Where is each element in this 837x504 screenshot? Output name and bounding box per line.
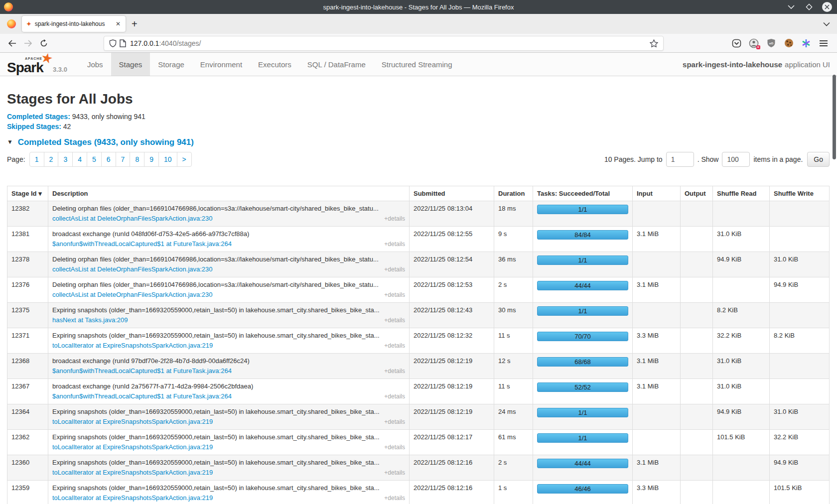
back-button[interactable] [4, 36, 20, 51]
stage-detail-link[interactable]: collectAsList at DeleteOrphanFilesSparkA… [52, 265, 213, 274]
list-all-tabs-button[interactable] [823, 22, 830, 26]
nav-item-environment[interactable]: Environment [192, 53, 250, 76]
nav-item-stages[interactable]: Stages [111, 53, 150, 76]
column-header[interactable]: Input [633, 186, 681, 201]
stage-shuffle-read: 94.9 KiB [717, 255, 765, 264]
next-page-button[interactable]: > [177, 152, 191, 166]
nav-item-jobs[interactable]: Jobs [79, 53, 111, 76]
column-header[interactable]: Stage Id ▾ [7, 186, 48, 201]
details-toggle[interactable]: +details [384, 468, 405, 477]
close-button[interactable] [822, 2, 832, 12]
asterisk-extension-icon[interactable] [801, 38, 812, 49]
stage-detail-link[interactable]: toLocalIterator at ExpireSnapshotsSparkA… [52, 468, 213, 477]
stage-detail-link[interactable]: toLocalIterator at ExpireSnapshotsSparkA… [52, 341, 213, 350]
completed-stages-value: 9433, only showing 941 [72, 113, 145, 121]
nav-item-structured-streaming[interactable]: Structured Streaming [374, 53, 460, 76]
page-button-3[interactable]: 3 [58, 152, 72, 166]
column-header[interactable]: Submitted [410, 186, 494, 201]
stage-description: Expiring snapshots (older_than=166932055… [52, 407, 405, 416]
column-header[interactable]: Output [681, 186, 713, 201]
shield-icon[interactable] [109, 39, 117, 47]
page-buttons: 12345678910> [29, 152, 192, 167]
show-label: . Show [698, 155, 719, 163]
page-button-7[interactable]: 7 [116, 152, 130, 166]
menu-hamburger-icon[interactable] [818, 38, 829, 49]
details-toggle[interactable]: +details [384, 290, 405, 299]
url-bar[interactable]: 127.0.0.1:4040/stages/ [104, 36, 664, 51]
stage-row: 12382Deleting orphan files (older_than=1… [7, 201, 830, 227]
items-per-page-input[interactable] [722, 152, 750, 167]
nav-item-executors[interactable]: Executors [250, 53, 299, 76]
page-button-9[interactable]: 9 [144, 152, 158, 166]
stage-detail-link[interactable]: $anonfun$withThreadLocalCaptured$1 at Fu… [52, 392, 232, 401]
page-button-6[interactable]: 6 [101, 152, 116, 166]
bookmark-star-icon[interactable] [650, 39, 658, 47]
maximize-button[interactable] [804, 2, 814, 12]
nav-item-storage[interactable]: Storage [150, 53, 192, 76]
details-toggle[interactable]: +details [384, 417, 405, 426]
column-header[interactable]: Description [48, 186, 410, 201]
column-header[interactable]: Duration [494, 186, 533, 201]
column-header[interactable]: Shuffle Read [713, 186, 770, 201]
account-extension-icon[interactable]: ✕ [748, 38, 759, 49]
details-toggle[interactable]: +details [384, 265, 405, 274]
cookie-extension-icon[interactable] [783, 38, 794, 49]
minimize-button[interactable] [786, 2, 796, 12]
stage-detail-link[interactable]: $anonfun$withThreadLocalCaptured$1 at Fu… [52, 240, 232, 249]
page-button-8[interactable]: 8 [130, 152, 144, 166]
pocket-icon[interactable] [731, 38, 742, 49]
browser-tab[interactable]: ✦ spark-ingest-into-lakehous ✕ [22, 16, 126, 32]
stage-input: 3.1 MiB [637, 230, 676, 239]
stage-detail-link[interactable]: toLocalIterator at ExpireSnapshotsSparkA… [52, 494, 213, 503]
new-tab-button[interactable]: + [132, 19, 138, 29]
details-toggle[interactable]: +details [384, 494, 405, 503]
page-button-10[interactable]: 10 [158, 152, 177, 166]
stage-detail-link[interactable]: toLocalIterator at ExpireSnapshotsSparkA… [52, 443, 213, 452]
browser-toolbar: 127.0.0.1:4040/stages/ ✕ uO [0, 34, 837, 53]
reload-button[interactable] [36, 36, 52, 51]
stage-duration: 2 s [498, 280, 529, 289]
stage-detail-link[interactable]: collectAsList at DeleteOrphanFilesSparkA… [52, 290, 213, 299]
stage-detail-link[interactable]: toLocalIterator at ExpireSnapshotsSparkA… [52, 417, 213, 426]
column-header[interactable]: Shuffle Write [770, 186, 830, 201]
url-path: :4040/stages/ [159, 39, 201, 47]
spark-favicon-icon: ✦ [26, 20, 32, 27]
stage-detail-link[interactable]: collectAsList at DeleteOrphanFilesSparkA… [52, 214, 213, 223]
stage-duration: 11 s [498, 382, 529, 391]
column-header[interactable]: Tasks: Succeeded/Total [533, 186, 633, 201]
vertical-scrollbar-thumb[interactable] [833, 75, 836, 159]
window-title: spark-ingest-into-lakehouse - Stages for… [0, 3, 837, 11]
details-toggle[interactable]: +details [384, 316, 405, 325]
spark-brand[interactable]: APACHE Spark ★ 3.3.0 [0, 53, 72, 76]
page-info-icon[interactable] [120, 39, 126, 47]
page-button-2[interactable]: 2 [44, 152, 58, 166]
page-title: Stages for All Jobs [7, 91, 830, 107]
page-button-4[interactable]: 4 [72, 152, 87, 166]
window-titlebar: spark-ingest-into-lakehouse - Stages for… [0, 0, 837, 14]
details-toggle[interactable]: +details [384, 392, 405, 401]
stage-row: 12362Expiring snapshots (older_than=1669… [7, 430, 830, 455]
page-button-1[interactable]: 1 [30, 152, 44, 166]
details-toggle[interactable]: +details [384, 443, 405, 452]
stage-detail-link[interactable]: hasNext at Tasks.java:209 [52, 316, 128, 325]
go-button[interactable]: Go [807, 152, 830, 167]
completed-stages-section-toggle[interactable]: ▼ Completed Stages (9433, only showing 9… [7, 136, 830, 148]
application-ui-label: spark-ingest-into-lakehouse application … [683, 53, 837, 76]
tab-close-icon[interactable]: ✕ [115, 19, 122, 28]
page-button-5[interactable]: 5 [87, 152, 101, 166]
stage-input: 3.3 MiB [637, 331, 676, 340]
stage-detail-link[interactable]: $anonfun$withThreadLocalCaptured$1 at Fu… [52, 367, 232, 376]
firefox-view-button[interactable] [4, 16, 19, 31]
details-toggle[interactable]: +details [384, 214, 405, 223]
spark-wordmark: Spark [7, 60, 43, 76]
url-text[interactable]: 127.0.0.1:4040/stages/ [130, 39, 201, 47]
details-toggle[interactable]: +details [384, 341, 405, 350]
jump-to-page-input[interactable] [666, 152, 694, 167]
details-toggle[interactable]: +details [384, 367, 405, 376]
forward-button[interactable] [20, 36, 36, 51]
pages-summary: 10 Pages. Jump to [604, 155, 663, 163]
details-toggle[interactable]: +details [384, 240, 405, 249]
stage-shuffle-read: 31.0 KiB [717, 357, 765, 366]
ublock-origin-icon[interactable]: uO [766, 38, 777, 49]
nav-item-sql-dataframe[interactable]: SQL / DataFrame [299, 53, 374, 76]
